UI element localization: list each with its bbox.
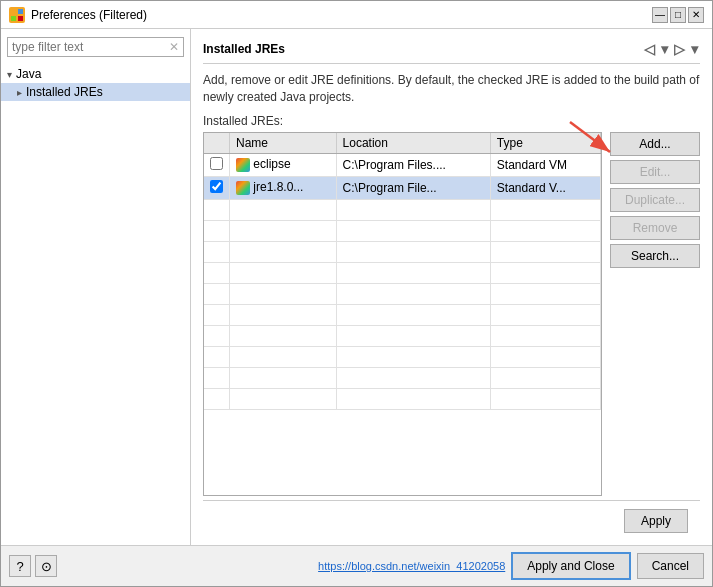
table-row[interactable]: jre1.8.0... C:\Program File... Standard … bbox=[204, 176, 601, 199]
panel-title-text: Installed JREs bbox=[203, 42, 285, 56]
table-row-empty bbox=[204, 262, 601, 283]
row-checkbox[interactable] bbox=[204, 153, 230, 176]
chevron-down-icon: ▾ bbox=[7, 69, 12, 80]
filter-input[interactable] bbox=[12, 40, 169, 54]
row-type: Standard VM bbox=[490, 153, 600, 176]
svg-rect-1 bbox=[18, 9, 23, 14]
table-and-buttons: Name Location Type eclipse C:\Program Fi… bbox=[203, 132, 700, 496]
apply-bar: Apply bbox=[203, 500, 700, 537]
table-row-empty bbox=[204, 220, 601, 241]
forward-icon[interactable]: ▷ bbox=[672, 41, 687, 57]
window-icon bbox=[9, 7, 25, 23]
forward-dropdown-icon[interactable]: ▾ bbox=[689, 41, 700, 57]
col-name: Name bbox=[230, 133, 337, 154]
table-row-empty bbox=[204, 283, 601, 304]
footer-icons: ? ⊙ bbox=[9, 555, 57, 577]
col-check bbox=[204, 133, 230, 154]
panel-description: Add, remove or edit JRE definitions. By … bbox=[203, 72, 700, 106]
table-row-empty bbox=[204, 304, 601, 325]
nav-tree: ▾ Java ▸ Installed JREs bbox=[1, 61, 190, 105]
filter-clear-icon[interactable]: ✕ bbox=[169, 40, 179, 54]
jre-table: Name Location Type eclipse C:\Program Fi… bbox=[203, 132, 602, 496]
nav-java-label: Java bbox=[16, 67, 41, 81]
col-type: Type bbox=[490, 133, 600, 154]
jre-icon bbox=[236, 181, 250, 195]
sidebar: ✕ ▾ Java ▸ Installed JREs bbox=[1, 29, 191, 545]
panel-title-bar: Installed JREs ◁ ▾ ▷ ▾ bbox=[203, 41, 700, 64]
row-name: jre1.8.0... bbox=[230, 176, 337, 199]
svg-rect-3 bbox=[18, 16, 23, 21]
close-button[interactable]: ✕ bbox=[688, 7, 704, 23]
jres-label: Installed JREs: bbox=[203, 114, 700, 128]
table-row-empty bbox=[204, 325, 601, 346]
right-buttons: Add... Edit... Duplicate... Remove Searc… bbox=[610, 132, 700, 496]
back-icon[interactable]: ◁ bbox=[642, 41, 657, 57]
title-bar-left: Preferences (Filtered) bbox=[9, 7, 147, 23]
row-location: C:\Program File... bbox=[336, 176, 490, 199]
row-checkbox[interactable] bbox=[204, 176, 230, 199]
row-name: eclipse bbox=[230, 153, 337, 176]
table-row-empty bbox=[204, 388, 601, 409]
sidebar-item-installed-jres[interactable]: ▸ Installed JREs bbox=[1, 83, 190, 101]
window-title: Preferences (Filtered) bbox=[31, 8, 147, 22]
content-area: ✕ ▾ Java ▸ Installed JREs Installed JREs… bbox=[1, 29, 712, 545]
chevron-right-icon: ▸ bbox=[17, 87, 22, 98]
row-location: C:\Program Files.... bbox=[336, 153, 490, 176]
apply-and-close-button[interactable]: Apply and Close bbox=[511, 552, 630, 580]
title-bar: Preferences (Filtered) — □ ✕ bbox=[1, 1, 712, 29]
add-button[interactable]: Add... bbox=[610, 132, 700, 156]
table-row-empty bbox=[204, 199, 601, 220]
title-bar-controls: — □ ✕ bbox=[652, 7, 704, 23]
table-row-empty bbox=[204, 367, 601, 388]
svg-rect-0 bbox=[11, 9, 16, 14]
search-button[interactable]: Search... bbox=[610, 244, 700, 268]
preferences-window: Preferences (Filtered) — □ ✕ ✕ ▾ Java ▸ … bbox=[0, 0, 713, 587]
duplicate-button[interactable]: Duplicate... bbox=[610, 188, 700, 212]
table-row-empty bbox=[204, 241, 601, 262]
table-row[interactable]: eclipse C:\Program Files.... Standard VM bbox=[204, 153, 601, 176]
apply-button[interactable]: Apply bbox=[624, 509, 688, 533]
footer-link: https://blog.csdn.net/weixin_41202058 bbox=[318, 560, 505, 572]
panel-nav-icons: ◁ ▾ ▷ ▾ bbox=[642, 41, 700, 57]
nav-jres-label: Installed JREs bbox=[26, 85, 103, 99]
maximize-button[interactable]: □ bbox=[670, 7, 686, 23]
sidebar-item-java[interactable]: ▾ Java bbox=[1, 65, 190, 83]
filter-box: ✕ bbox=[7, 37, 184, 57]
nav-dropdown-icon[interactable]: ▾ bbox=[659, 41, 670, 57]
footer-bar: ? ⊙ https://blog.csdn.net/weixin_4120205… bbox=[1, 545, 712, 586]
settings-icon[interactable]: ⊙ bbox=[35, 555, 57, 577]
table-row-empty bbox=[204, 346, 601, 367]
row-type: Standard V... bbox=[490, 176, 600, 199]
main-panel: Installed JREs ◁ ▾ ▷ ▾ Add, remove or ed… bbox=[191, 29, 712, 545]
minimize-button[interactable]: — bbox=[652, 7, 668, 23]
jre-icon bbox=[236, 158, 250, 172]
svg-rect-2 bbox=[11, 16, 16, 21]
remove-button[interactable]: Remove bbox=[610, 216, 700, 240]
col-location: Location bbox=[336, 133, 490, 154]
cancel-button[interactable]: Cancel bbox=[637, 553, 704, 579]
help-icon[interactable]: ? bbox=[9, 555, 31, 577]
edit-button[interactable]: Edit... bbox=[610, 160, 700, 184]
